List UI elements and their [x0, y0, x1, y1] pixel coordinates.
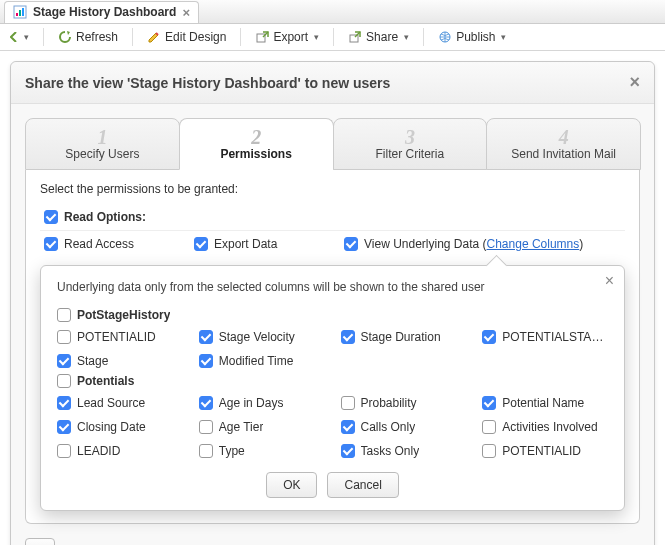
change-columns-popover: × Underlying data only from the selected… [40, 265, 625, 511]
column-item: Stage [57, 354, 183, 368]
svg-rect-3 [22, 8, 24, 16]
section-checkbox[interactable] [57, 374, 71, 388]
refresh-icon [58, 30, 72, 44]
column-item: Stage Velocity [199, 330, 325, 344]
edit-design-label: Edit Design [165, 30, 226, 44]
publish-icon [438, 30, 452, 44]
doc-tab-title: Stage History Dashboard [33, 5, 176, 19]
column-checkbox[interactable] [57, 396, 71, 410]
doc-tab-strip: Stage History Dashboard × [0, 0, 665, 24]
close-icon[interactable]: × [182, 5, 190, 20]
column-checkbox[interactable] [57, 354, 71, 368]
column-label: Stage Duration [361, 330, 441, 344]
share-dialog: Share the view 'Stage History Dashboard'… [10, 61, 655, 545]
permissions-instruction: Select the permissions to be granted: [40, 182, 625, 196]
column-label: Closing Date [77, 420, 146, 434]
svg-rect-2 [19, 10, 21, 16]
footer-button-stub[interactable]: E [25, 538, 55, 545]
section-title: Potentials [77, 374, 134, 388]
column-label: Stage [77, 354, 108, 368]
column-label: POTENTIALID [502, 444, 581, 458]
tab-permissions[interactable]: 2 Permissions [179, 118, 334, 170]
refresh-button[interactable]: Refresh [54, 28, 122, 46]
cancel-button[interactable]: Cancel [327, 472, 398, 498]
column-checkbox[interactable] [482, 330, 496, 344]
export-data-checkbox[interactable] [194, 237, 208, 251]
column-item: Age in Days [199, 396, 325, 410]
column-checkbox[interactable] [199, 354, 213, 368]
column-checkbox[interactable] [482, 444, 496, 458]
section-checkbox[interactable] [57, 308, 71, 322]
share-label: Share [366, 30, 398, 44]
ok-button[interactable]: OK [266, 472, 317, 498]
column-checkbox[interactable] [199, 420, 213, 434]
refresh-label: Refresh [76, 30, 118, 44]
column-label: Type [219, 444, 245, 458]
column-item: Probability [341, 396, 467, 410]
column-checkbox[interactable] [341, 330, 355, 344]
step-label: Specify Users [65, 147, 139, 161]
column-label: Potential Name [502, 396, 584, 410]
dialog-header: Share the view 'Stage History Dashboard'… [11, 62, 654, 104]
column-checkbox[interactable] [341, 444, 355, 458]
export-icon [255, 30, 269, 44]
close-icon[interactable]: × [605, 272, 614, 290]
toolbar-prev[interactable]: ▾ [6, 30, 33, 44]
column-item: Type [199, 444, 325, 458]
column-item: Modified Time [199, 354, 325, 368]
column-checkbox[interactable] [57, 444, 71, 458]
column-checkbox[interactable] [199, 444, 213, 458]
tab-specify-users[interactable]: 1 Specify Users [25, 118, 180, 170]
edit-design-button[interactable]: Edit Design [143, 28, 230, 46]
column-item: POTENTIALSTAG… [482, 330, 608, 344]
read-options-checkbox[interactable] [44, 210, 58, 224]
view-underlying-checkbox[interactable] [344, 237, 358, 251]
step-label: Filter Criteria [376, 147, 445, 161]
doc-tab[interactable]: Stage History Dashboard × [4, 1, 199, 23]
step-number: 2 [184, 127, 329, 147]
report-icon [13, 5, 27, 19]
column-item: POTENTIALID [482, 444, 608, 458]
change-columns-link[interactable]: Change Columns [487, 237, 580, 251]
permissions-panel: Select the permissions to be granted: Re… [25, 170, 640, 524]
export-button[interactable]: Export ▾ [251, 28, 323, 46]
read-options-row: Read Options: [40, 204, 625, 230]
column-checkbox[interactable] [199, 396, 213, 410]
column-item: Closing Date [57, 420, 183, 434]
column-item: Lead Source [57, 396, 183, 410]
share-button[interactable]: Share ▾ [344, 28, 413, 46]
publish-button[interactable]: Publish ▾ [434, 28, 510, 46]
step-number: 3 [338, 127, 483, 147]
column-label: Age in Days [219, 396, 284, 410]
column-item: Tasks Only [341, 444, 467, 458]
column-checkbox[interactable] [482, 420, 496, 434]
toolbar: ▾ Refresh Edit Design Export ▾ Share ▾ P… [0, 24, 665, 51]
step-label: Permissions [220, 147, 291, 161]
close-icon[interactable]: × [629, 72, 640, 93]
tab-filter-criteria[interactable]: 3 Filter Criteria [333, 118, 488, 170]
column-label: Stage Velocity [219, 330, 295, 344]
tab-send-invitation[interactable]: 4 Send Invitation Mail [486, 118, 641, 170]
column-label: Calls Only [361, 420, 416, 434]
column-item: Age Tier [199, 420, 325, 434]
column-checkbox[interactable] [57, 420, 71, 434]
read-access-checkbox[interactable] [44, 237, 58, 251]
step-number: 4 [491, 127, 636, 147]
column-item: Stage Duration [341, 330, 467, 344]
column-item: LEADID [57, 444, 183, 458]
column-label: Tasks Only [361, 444, 420, 458]
column-label: Age Tier [219, 420, 264, 434]
column-checkbox[interactable] [482, 396, 496, 410]
step-label: Send Invitation Mail [511, 147, 616, 161]
dialog-title: Share the view 'Stage History Dashboard'… [25, 75, 390, 91]
column-item: Activities Involved [482, 420, 608, 434]
column-checkbox[interactable] [341, 396, 355, 410]
view-underlying-label: View Underlying Data (Change Columns) [364, 237, 583, 251]
column-checkbox[interactable] [199, 330, 213, 344]
column-item: POTENTIALID [57, 330, 183, 344]
pencil-icon [147, 30, 161, 44]
export-label: Export [273, 30, 308, 44]
publish-label: Publish [456, 30, 495, 44]
column-checkbox[interactable] [341, 420, 355, 434]
column-checkbox[interactable] [57, 330, 71, 344]
